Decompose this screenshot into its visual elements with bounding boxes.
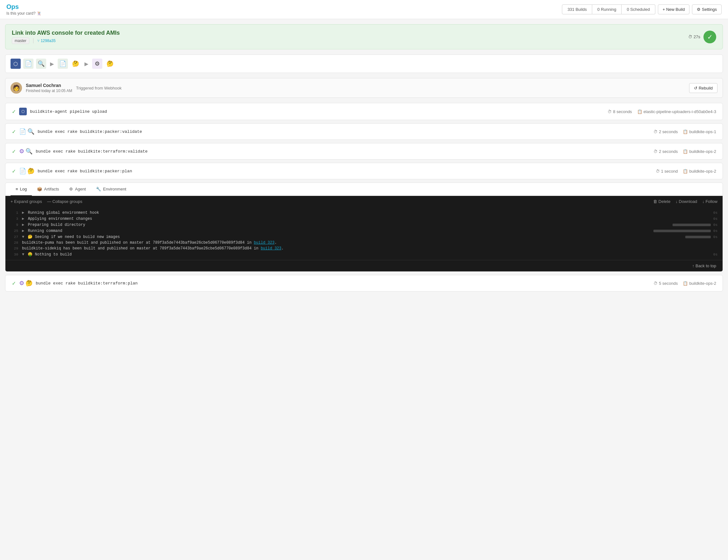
- pipeline-step-search[interactable]: 🔍: [36, 59, 46, 69]
- clock-icon-2: ⏱: [653, 129, 658, 134]
- job-right-2: ⏱ 2 seconds 📋 buildkite-ops-1: [653, 129, 716, 134]
- job-right-1: ⏱ 8 seconds 📋 elastic-pipeline-uploaders…: [608, 109, 716, 114]
- job-command-1[interactable]: buildkite-agent pipeline upload: [30, 109, 107, 114]
- log-line-content-25: ▶ Running command: [22, 229, 650, 233]
- pipeline-step-packer[interactable]: 📄: [23, 59, 33, 69]
- build-link-29[interactable]: build 323: [261, 246, 281, 251]
- rebuild-button[interactable]: ↺ Rebuild: [689, 83, 717, 93]
- job-agent-last: 📋 buildkite-ops-2: [683, 281, 716, 286]
- job-status-4: ✓: [12, 168, 16, 174]
- job-right-4: ⏱ 1 second 📋 buildkite-ops-2: [656, 169, 716, 174]
- settings-button[interactable]: ⚙ Settings: [692, 4, 722, 14]
- agent-tab-label: Agent: [75, 187, 86, 192]
- build-link-28[interactable]: build 323: [254, 241, 274, 245]
- log-line-num-29: 29: [11, 247, 18, 251]
- new-build-button[interactable]: + New Build: [658, 4, 690, 14]
- job-agent-value-1: elastic-pipeline-uploaders-i-d50ab0e4-3: [644, 109, 716, 114]
- log-content: 1 ▶ Running global environment hook 0s 3…: [5, 207, 723, 260]
- clock-icon-last: ⏱: [653, 281, 658, 286]
- job-icons-3: ⚙ 🔍: [19, 148, 33, 155]
- artifacts-tab-icon: 📦: [37, 187, 42, 192]
- log-line-content-1: ▶ Running global environment hook: [22, 210, 710, 215]
- top-bar: Ops Is this your card? 🃏 331 Builds 0 Ru…: [0, 0, 728, 19]
- arrow-25: ▶: [22, 229, 24, 233]
- agent-icon-3: 📋: [683, 149, 688, 154]
- job-agent-value-last: buildkite-ops-2: [689, 281, 716, 286]
- job-agent-value-2: buildkite-ops-1: [689, 129, 716, 134]
- job-icons-1: ⬡: [19, 108, 27, 115]
- pipeline-step-buildkite[interactable]: ⬡: [11, 59, 21, 69]
- env-tab-icon: 🔧: [96, 187, 101, 192]
- expand-groups-button[interactable]: + Expand groups: [11, 199, 42, 204]
- job-icon-terraform: ⚙: [19, 148, 24, 155]
- emoji-27: 🤔: [28, 235, 33, 239]
- pipeline-step-terraform[interactable]: ⚙: [92, 59, 102, 69]
- tab-log[interactable]: ≡ Log: [11, 183, 32, 196]
- build-counts: 331 Builds 0 Running 0 Scheduled: [562, 4, 655, 14]
- pipeline-arrow-2: ▶: [84, 61, 88, 67]
- arrow-3: ▶: [22, 217, 24, 221]
- log-tab-label: Log: [20, 187, 27, 192]
- log-line-num-27: 27: [11, 235, 18, 239]
- job-agent-value-3: buildkite-ops-2: [689, 149, 716, 154]
- job-time-3: ⏱ 2 seconds: [653, 149, 678, 154]
- job-icon-search2: 🔍: [25, 148, 33, 155]
- job-icons-2: 📄 🔍: [19, 128, 34, 135]
- job-row-2: ✓ 📄 🔍 bundle exec rake buildkite:packer:…: [5, 123, 723, 140]
- log-line-3: 3 ▶ Applying environment changes 0s: [5, 216, 723, 222]
- log-line-num-9: 9: [11, 223, 18, 227]
- delete-button[interactable]: 🗑 Delete: [653, 199, 670, 204]
- job-command-2[interactable]: bundle exec rake buildkite:packer:valida…: [38, 129, 142, 134]
- top-bar-actions: 331 Builds 0 Running 0 Scheduled + New B…: [562, 4, 722, 14]
- build-commit: ⑂ 1298a35: [37, 39, 56, 43]
- job-row-1: ✓ ⬡ buildkite-agent pipeline upload ⏱ 8 …: [5, 103, 723, 120]
- log-bar-27: [685, 236, 711, 238]
- pipeline-step-packer2[interactable]: 📄: [58, 59, 68, 69]
- back-to-top-link[interactable]: ↑ Back to top: [692, 264, 716, 268]
- tab-environment[interactable]: 🔧 Environment: [91, 183, 131, 196]
- log-line-29: 29 buildkite-sidekiq has been built and …: [5, 246, 723, 251]
- agent-icon-1: 📋: [637, 109, 642, 114]
- arrow-9: ▶: [22, 223, 24, 227]
- log-line-time-9: 0s: [713, 223, 717, 227]
- download-button[interactable]: ↓ Download: [675, 199, 697, 204]
- job-command-4[interactable]: bundle exec rake buildkite:packer:plan: [38, 169, 132, 174]
- agent-tab-icon: ⚙: [69, 187, 73, 192]
- tab-agent[interactable]: ⚙ Agent: [64, 183, 91, 196]
- job-command-3[interactable]: bundle exec rake buildkite:terraform:val…: [36, 149, 148, 154]
- app-branding: Ops Is this your card? 🃏: [6, 3, 41, 16]
- job-left-4: ✓ 📄 🤔 bundle exec rake buildkite:packer:…: [12, 168, 132, 175]
- pipeline-step-thinking1[interactable]: 🤔: [70, 59, 81, 69]
- meta-divider: [33, 38, 33, 43]
- job-time-value-4: 1 second: [661, 169, 678, 174]
- job-icon-buildkite: ⬡: [19, 108, 27, 115]
- log-line-content-29: buildkite-sidekiq has been built and pub…: [22, 246, 717, 251]
- builds-count: 331 Builds: [562, 4, 592, 14]
- avatar: 🧑: [11, 82, 22, 94]
- follow-button[interactable]: ↓ Follow: [702, 199, 717, 204]
- log-line-content-28: buildkite-puma has been built and publis…: [22, 241, 717, 245]
- log-section: ≡ Log 📦 Artifacts ⚙ Agent 🔧 Environment …: [5, 183, 723, 272]
- log-line-time-1: 0s: [713, 211, 717, 215]
- collapse-groups-button[interactable]: — Collapse groups: [47, 199, 83, 204]
- job-agent-1: 📋 elastic-pipeline-uploaders-i-d50ab0e4-…: [637, 109, 716, 114]
- job-time-4: ⏱ 1 second: [656, 169, 678, 174]
- job-icon-search: 🔍: [27, 128, 34, 135]
- job-agent-value-4: buildkite-ops-2: [689, 169, 716, 174]
- build-meta: master ⑂ 1298a35: [12, 38, 120, 44]
- job-status-2: ✓: [12, 129, 16, 135]
- job-right-last: ⏱ 5 seconds 📋 buildkite-ops-2: [653, 281, 716, 286]
- job-command-last[interactable]: bundle exec rake buildkite:terraform:pla…: [36, 281, 138, 286]
- clock-icon-4: ⏱: [656, 169, 660, 174]
- log-line-9: 9 ▶ Preparing build directory 0s: [5, 222, 723, 228]
- job-agent-3: 📋 buildkite-ops-2: [683, 149, 716, 154]
- tab-artifacts[interactable]: 📦 Artifacts: [32, 183, 64, 196]
- job-time-value-3: 2 seconds: [659, 149, 678, 154]
- pipeline-step-thinking2[interactable]: 🤔: [105, 59, 115, 69]
- build-info-bar: 🧑 Samuel Cochran Finished today at 10:05…: [5, 78, 723, 98]
- job-row-last: ✓ ⚙ 🤔 bundle exec rake buildkite:terrafo…: [5, 275, 723, 291]
- job-row-3: ✓ ⚙ 🔍 bundle exec rake buildkite:terrafo…: [5, 143, 723, 160]
- app-title[interactable]: Ops: [6, 3, 41, 11]
- agent-icon-last: 📋: [683, 281, 688, 286]
- log-toolbar-right: 🗑 Delete ↓ Download ↓ Follow: [653, 199, 717, 204]
